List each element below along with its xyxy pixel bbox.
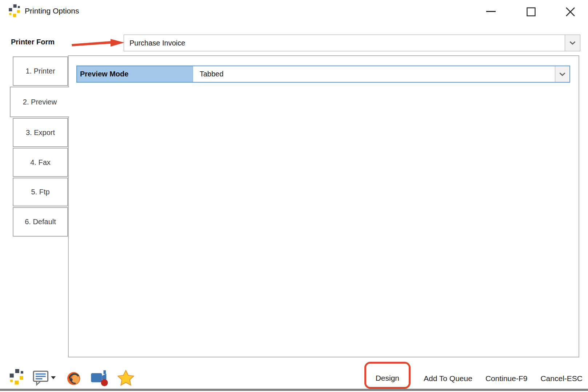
tab-preview-label: 2. Preview	[23, 98, 57, 106]
tab-printer[interactable]: 1. Printer	[13, 56, 68, 86]
printer-form-dropdown-button[interactable]	[565, 35, 580, 51]
tab-ftp[interactable]: 5. Ftp	[13, 178, 68, 206]
caret-down-icon	[51, 376, 56, 379]
add-to-queue-button[interactable]: Add To Queue	[424, 374, 472, 383]
printing-options-dialog: Printing Options Printer Form Purchase I…	[0, 0, 588, 392]
continue-f9-button[interactable]: Continue-F9	[485, 374, 528, 383]
chevron-down-icon	[569, 41, 576, 45]
printer-form-value[interactable]: Purchase Invoice	[124, 35, 565, 51]
camera-record-button[interactable]	[91, 370, 109, 388]
tab-fax-label: 4. Fax	[30, 158, 51, 167]
app-logo-icon	[8, 4, 21, 17]
close-button[interactable]	[561, 4, 580, 20]
tab-export[interactable]: 3. Export	[13, 118, 68, 147]
toolbar-app-logo-button[interactable]	[9, 369, 25, 387]
footer-action-bar: Design Add To Queue Continue-F9 Cancel-E…	[364, 362, 583, 389]
design-button[interactable]: Design	[376, 374, 399, 383]
printer-form-combobox[interactable]: Purchase Invoice	[124, 35, 580, 51]
close-icon	[565, 7, 575, 17]
minimize-button[interactable]	[481, 4, 500, 20]
annotation-arrow-icon	[71, 38, 125, 49]
preview-mode-value[interactable]: Tabbed	[193, 66, 555, 82]
comment-menu-button[interactable]	[33, 371, 57, 387]
window-title: Printing Options	[25, 7, 79, 15]
design-annotation-box: Design	[364, 362, 411, 389]
tab-preview[interactable]: 2. Preview	[10, 87, 69, 117]
favorite-star-button[interactable]	[117, 370, 134, 387]
tab-ftp-label: 5. Ftp	[31, 188, 49, 196]
window-bottom-edge	[0, 389, 588, 391]
camera-record-icon	[91, 370, 109, 387]
star-favorite-icon	[117, 370, 134, 386]
preview-mode-field: Preview Mode Tabbed	[76, 66, 570, 83]
record-dot-icon	[101, 379, 108, 386]
app-logo-icon	[9, 369, 25, 385]
comment-bubble-icon	[33, 371, 57, 386]
tab-printer-label: 1. Printer	[25, 67, 55, 75]
tab-fax[interactable]: 4. Fax	[13, 148, 68, 177]
cancel-esc-button[interactable]: Cancel-ESC	[540, 374, 583, 383]
minimize-icon	[486, 11, 496, 12]
tab-default[interactable]: 6. Default	[13, 207, 68, 237]
tab-content-panel	[68, 55, 579, 357]
preview-mode-dropdown-button[interactable]	[555, 66, 569, 82]
maximize-button[interactable]	[521, 4, 540, 20]
support-agent-icon	[67, 371, 82, 387]
chevron-down-icon	[559, 72, 565, 76]
maximize-icon	[527, 7, 536, 16]
tab-export-label: 3. Export	[26, 128, 55, 137]
printer-form-label: Printer Form	[11, 38, 55, 46]
preview-mode-label: Preview Mode	[77, 66, 193, 82]
support-agent-button[interactable]	[67, 371, 82, 388]
tab-default-label: 6. Default	[25, 218, 56, 226]
